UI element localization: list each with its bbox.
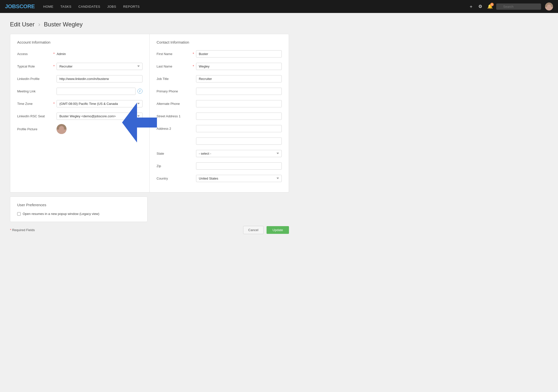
job-title-input[interactable] [196, 75, 282, 82]
alternate-phone-row: Alternate Phone * [157, 99, 282, 108]
profile-picture-row: Profile Picture * [17, 124, 142, 134]
meeting-link-help-icon[interactable]: i [138, 89, 142, 94]
zip-row: Zip * [157, 161, 282, 170]
first-name-label: First Name [157, 52, 193, 56]
logo-score: SCORE [16, 3, 35, 9]
meeting-link-label: Meeting Link [17, 89, 53, 93]
country-label: Country [157, 177, 193, 180]
account-section-title: Account Information [17, 40, 142, 44]
street-address1-input[interactable] [196, 113, 282, 120]
zip-label: Zip [157, 164, 193, 168]
last-name-row: Last Name * [157, 62, 282, 71]
zip-input[interactable] [196, 162, 282, 170]
first-name-required-star: * [193, 52, 194, 56]
last-name-label: Last Name [157, 65, 193, 68]
navbar: JOBSCORE HOME TASKS CANDIDATES JOBS REPO… [0, 0, 558, 13]
nav-candidates[interactable]: CANDIDATES [76, 3, 103, 10]
main-content: Edit User › Buster Wegley Account Inform… [0, 13, 299, 246]
state-select[interactable]: - select - California New York [196, 150, 282, 157]
job-title-label: Job Title [157, 77, 193, 81]
access-row: Access * Admin [17, 49, 142, 58]
nav-tasks[interactable]: TASKS [58, 3, 74, 10]
typical-role-row: Typical Role * Recruiter Hiring Manager … [17, 62, 142, 71]
linkedin-profile-label: LinkedIn Profile [17, 77, 53, 81]
typical-role-required-star: * [53, 64, 55, 68]
linkedin-profile-row: LinkedIn Profile * [17, 74, 142, 83]
linkedin-rsc-select[interactable]: Buster Wegley <demo@jobscore.com> [57, 113, 142, 120]
user-preferences-title: User Preferences [17, 203, 140, 207]
typical-role-label: Typical Role [17, 65, 53, 68]
job-title-row: Job Title * [157, 74, 282, 83]
update-button[interactable]: Update [267, 226, 289, 234]
address2-label: Address 2 [157, 127, 193, 131]
street-address1-row: Street Address 1 * [157, 112, 282, 121]
address2-input[interactable] [196, 125, 282, 132]
required-note: * Required Fields [10, 228, 35, 232]
profile-picture-label: Profile Picture [17, 127, 53, 131]
nav-jobs[interactable]: JOBS [105, 3, 119, 10]
first-name-input[interactable] [196, 50, 282, 58]
last-name-input[interactable] [196, 63, 282, 70]
last-name-required-star: * [193, 64, 194, 68]
alternate-phone-input[interactable] [196, 100, 282, 107]
alternate-phone-label: Alternate Phone [157, 102, 193, 106]
breadcrumb-separator: › [38, 21, 42, 28]
linkedin-rsc-row: LinkedIn RSC Seat * Buster Wegley <demo@… [17, 112, 142, 121]
first-name-row: First Name * [157, 49, 282, 58]
address2-row: Address 2 * [157, 124, 282, 133]
linkedin-profile-input[interactable] [57, 75, 142, 82]
nav-home[interactable]: HOME [41, 3, 56, 10]
typical-role-select[interactable]: Recruiter Hiring Manager Admin Interview… [57, 63, 142, 70]
logo[interactable]: JOBSCORE [5, 3, 35, 10]
state-row: State * - select - California New York [157, 149, 282, 158]
notification-badge: 6 [490, 3, 494, 6]
state-label: State [157, 152, 193, 155]
logo-job: JOB [5, 3, 16, 9]
meeting-link-input[interactable] [57, 88, 135, 95]
country-row: Country * United States Canada United Ki… [157, 174, 282, 183]
required-note-text: Required Fields [12, 228, 35, 232]
avatar[interactable] [545, 2, 553, 10]
popup-window-label[interactable]: Open resumes in a new popup window (Lega… [23, 212, 99, 216]
bottom-actions: * Required Fields Cancel Update [10, 222, 289, 238]
popup-window-checkbox[interactable] [17, 212, 21, 216]
breadcrumb-child: Buster Wegley [44, 21, 83, 28]
page-content: Edit User › Buster Wegley Account Inform… [0, 13, 558, 246]
access-value: Admin [57, 52, 66, 56]
time-zone-row: Time Zone * (GMT-08:00) Pacific Time (US… [17, 99, 142, 108]
time-zone-required-star: * [53, 102, 55, 106]
access-label: Access [17, 52, 53, 56]
time-zone-label: Time Zone [17, 102, 53, 106]
search-wrapper: 🔍 [496, 3, 541, 10]
add-icon[interactable]: ＋ [467, 2, 475, 11]
access-required-star: * [53, 52, 55, 56]
form-container: Account Information Access * Admin Typic… [10, 34, 289, 193]
city-input[interactable] [196, 137, 282, 145]
user-preferences-section: User Preferences Open resumes in a new p… [10, 196, 147, 222]
primary-phone-row: Primary Phone * [157, 87, 282, 96]
required-star: * [10, 228, 12, 232]
gear-icon[interactable]: ⚙ [477, 2, 484, 11]
time-zone-select[interactable]: (GMT-08:00) Pacific Time (US & Canada [57, 100, 142, 107]
meeting-link-row: Meeting Link * i [17, 87, 142, 96]
contact-section: Contact Information First Name * Last Na… [149, 34, 289, 192]
city-row: * [157, 136, 282, 145]
primary-phone-label: Primary Phone [157, 89, 193, 93]
popup-window-row: Open resumes in a new popup window (Lega… [17, 212, 140, 216]
street-address1-label: Street Address 1 [157, 114, 193, 118]
cancel-button[interactable]: Cancel [243, 226, 264, 234]
search-input[interactable] [496, 3, 541, 10]
page-title: Edit User › Buster Wegley [10, 21, 289, 28]
account-section: Account Information Access * Admin Typic… [10, 34, 149, 192]
country-select[interactable]: United States Canada United Kingdom [196, 175, 282, 182]
linkedin-rsc-label: LinkedIn RSC Seat [17, 114, 53, 118]
breadcrumb-parent: Edit User [10, 21, 35, 28]
primary-phone-input[interactable] [196, 88, 282, 95]
profile-picture[interactable] [57, 124, 67, 134]
nav-reports[interactable]: REPORTS [121, 3, 142, 10]
contact-section-title: Contact Information [157, 40, 282, 44]
notifications-bell[interactable]: 🔔 6 [486, 2, 494, 11]
